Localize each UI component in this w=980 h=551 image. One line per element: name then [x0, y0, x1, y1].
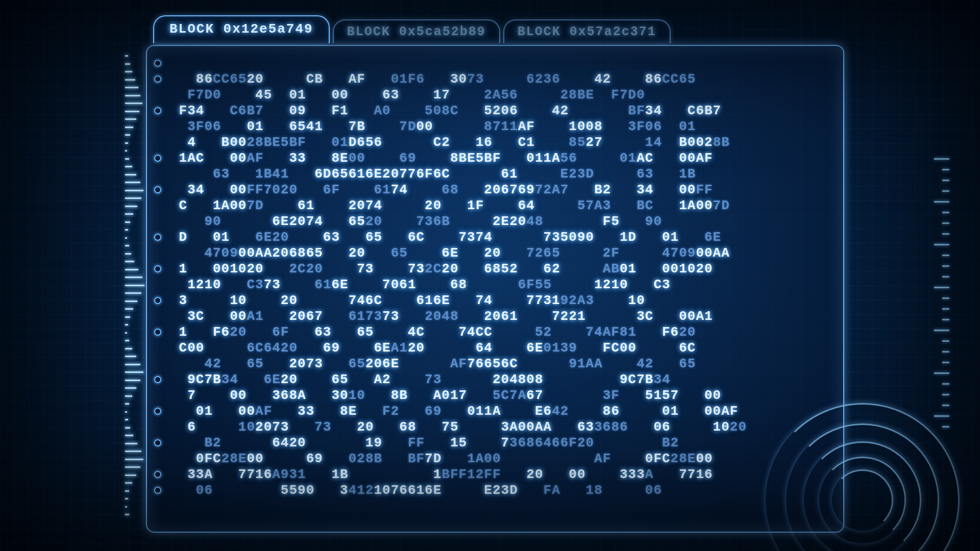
hex-text: 3C 00A1 2067 617373 2048 2061 7221 3C 00… [170, 309, 713, 324]
hex-line: 7 00 368A 3010 8B A017 5C7A67 3F 5157 00 [154, 387, 831, 403]
hex-text: 3 10 20 746C 616E 74 773192A3 10 [170, 293, 645, 308]
hex-text: 06 5590 34121076616E E23D FA 18 06 [170, 483, 662, 498]
hex-line: 3F06 01 6541 7B 7D00 8711AF 1008 3F06 01 [154, 118, 831, 134]
hex-text: 9C7B34 6E20 65 A2 73 204808 9C7B34 [170, 372, 671, 387]
tab-bar: BLOCK 0x12e5a749 BLOCK 0x5ca52b89 BLOCK … [153, 15, 671, 43]
line-marker-icon [154, 155, 161, 162]
hex-line: 470900AA206865 20 65 6E 20 7265 2F 47090… [154, 245, 831, 261]
hex-text: 01 00AF 33 8E F2 69 011A E642 86 01 00AF [170, 404, 738, 419]
line-marker-icon [154, 186, 161, 193]
hex-line: 1 F620 6F 63 65 4C 74CC 52 74AF81 F620 [154, 324, 831, 340]
hex-text: 1 F620 6F 63 65 4C 74CC 52 74AF81 F620 [170, 324, 696, 340]
hex-line: C 1A007D 61 2074 20 1F 64 57A3 BC 1A007D [154, 197, 831, 213]
hex-text: D 01 6E20 63 65 6C 7374 735090 1D 01 6E [170, 230, 721, 245]
line-marker-icon [154, 265, 161, 272]
tab-block-0[interactable]: BLOCK 0x12e5a749 [153, 15, 330, 43]
hex-panel: 86CC6520 CB AF 01F6 3073 6236 42 86CC65 … [146, 45, 844, 533]
hex-text: F7D0 45 01 00 63 17 2A56 28BE F7D0 [170, 87, 645, 103]
line-marker-icon [154, 408, 161, 415]
hex-line: 6 102073 73 20 68 75 3A00AA 633686 06 10… [154, 419, 831, 435]
line-marker-icon [154, 60, 161, 67]
line-marker-icon [154, 76, 161, 83]
hex-text: 86CC6520 CB AF 01F6 3073 6236 42 86CC65 [170, 71, 696, 87]
hex-text: F34 C6B7 09 F1 A0 508C 5206 42 BF34 C6B7 [170, 103, 721, 118]
line-marker-icon [154, 487, 161, 494]
hex-text: 0FC28E00 69 028B BF7D 1A00 AF 0FC28E00 [170, 451, 713, 466]
hex-text: 34 00FF7020 6F 6174 68 20676972A7 B2 34 … [170, 182, 713, 197]
hex-line: C00 6C6420 69 6EA120 64 6E0139 FC00 6C [154, 340, 831, 356]
hex-text: C 1A007D 61 2074 20 1F 64 57A3 BC 1A007D [170, 198, 730, 213]
line-marker-icon [154, 297, 161, 304]
hex-text: B2 6420 19 FF 15 73686466F20 B2 [170, 435, 679, 450]
tab-block-1[interactable]: BLOCK 0x5ca52b89 [333, 19, 500, 43]
hex-text: 4 B0028BE5BF 01D656 C2 16 C1 8527 14 B00… [170, 135, 730, 150]
hex-line: 06 5590 34121076616E E23D FA 18 06 [154, 482, 831, 498]
hex-text: 1 001020 2C20 73 732C20 6852 62 AB01 001… [170, 261, 713, 277]
right-tick-marks [929, 158, 949, 515]
line-marker-icon [154, 107, 161, 114]
hex-line: D 01 6E20 63 65 6C 7374 735090 1D 01 6E [154, 229, 831, 245]
hex-text: 1210 C373 616E 7061 68 6F55 1210 C3 [170, 277, 671, 292]
hex-line: 1210 C373 616E 7061 68 6F55 1210 C3 [154, 277, 831, 292]
hex-line: 0FC28E00 69 028B BF7D 1A00 AF 0FC28E00 [154, 450, 831, 466]
hex-line: 42 65 2073 65206E AF76656C 91AA 42 65 [154, 356, 831, 371]
hex-line: 63 1B41 6D65616E20776F6C 61 E23D 63 1B [154, 166, 831, 182]
hex-line [154, 55, 831, 71]
hex-text: 90 6E2074 6520 736B 2E2048 F5 90 [170, 214, 662, 229]
hex-text: 7 00 368A 3010 8B A017 5C7A67 3F 5157 00 [170, 388, 721, 403]
hex-line: 1AC 00AF 33 8E00 69 8BE5BF 011A56 01AC 0… [154, 150, 831, 166]
line-marker-icon [154, 439, 161, 446]
hex-line: F34 C6B7 09 F1 A0 508C 5206 42 BF34 C6B7 [154, 103, 831, 118]
hex-line: 4 B0028BE5BF 01D656 C2 16 C1 8527 14 B00… [154, 134, 831, 150]
hex-line: 90 6E2074 6520 736B 2E2048 F5 90 [154, 213, 831, 229]
hex-text: 1AC 00AF 33 8E00 69 8BE5BF 011A56 01AC 0… [170, 151, 713, 166]
hex-text: 42 65 2073 65206E AF76656C 91AA 42 65 [170, 356, 696, 371]
hex-line: 3 10 20 746C 616E 74 773192A3 10 [154, 292, 831, 308]
hex-line: 01 00AF 33 8E F2 69 011A E642 86 01 00AF [154, 403, 831, 419]
hex-line: 86CC6520 CB AF 01F6 3073 6236 42 86CC65 [154, 71, 831, 87]
hex-text: 6 102073 73 20 68 75 3A00AA 633686 06 10… [170, 419, 747, 435]
line-marker-icon [154, 471, 161, 478]
hex-text: 470900AA206865 20 65 6E 20 7265 2F 47090… [170, 245, 730, 261]
hex-text: 63 1B41 6D65616E20776F6C 61 E23D 63 1B [170, 166, 696, 182]
hex-line: 9C7B34 6E20 65 A2 73 204808 9C7B34 [154, 371, 831, 387]
hex-text: C00 6C6420 69 6EA120 64 6E0139 FC00 6C [170, 340, 696, 356]
hex-text: 3F06 01 6541 7B 7D00 8711AF 1008 3F06 01 [170, 119, 696, 134]
hex-line: 34 00FF7020 6F 6174 68 20676972A7 B2 34 … [154, 182, 831, 197]
line-marker-icon [154, 234, 161, 241]
line-marker-icon [154, 329, 161, 336]
tab-block-2[interactable]: BLOCK 0x57a2c371 [503, 19, 671, 43]
hex-line: F7D0 45 01 00 63 17 2A56 28BE F7D0 [154, 87, 831, 103]
hex-line: 3C 00A1 2067 617373 2048 2061 7221 3C 00… [154, 308, 831, 324]
hex-line: B2 6420 19 FF 15 73686466F20 B2 [154, 435, 831, 450]
hex-text: 33A 7716A931 1B 1BFF12FF 20 00 333A 7716 [170, 467, 713, 482]
hex-line: 33A 7716A931 1B 1BFF12FF 20 00 333A 7716 [154, 466, 831, 482]
hex-line: 1 001020 2C20 73 732C20 6852 62 AB01 001… [154, 261, 831, 277]
line-marker-icon [154, 376, 161, 383]
